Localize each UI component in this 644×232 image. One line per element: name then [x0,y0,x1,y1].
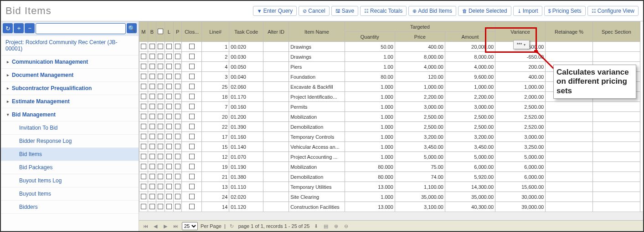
row-checkbox[interactable] [148,152,156,162]
col-m[interactable]: M [139,22,148,42]
row-clos[interactable] [182,112,202,122]
pager-refresh-button[interactable]: ↻ [228,223,236,229]
row-checkbox[interactable] [148,162,156,172]
sidebar-search-button[interactable]: 🔍 [127,23,137,33]
sidebar-search-input[interactable] [36,23,126,34]
col-b[interactable]: B [148,22,156,42]
row-clos[interactable] [182,182,202,192]
table-row[interactable]: 1901.190Mobilization80.00075.006,000.006… [139,162,640,172]
row-checkbox[interactable] [165,82,174,92]
row-checkbox[interactable] [165,142,174,152]
row-checkbox[interactable] [165,172,174,182]
row-checkbox[interactable] [156,192,165,202]
row-checkbox[interactable] [173,112,182,122]
row-checkbox[interactable] [156,172,165,182]
pager-last-button[interactable]: ⏭ [172,223,179,229]
row-checkbox[interactable] [156,202,165,212]
row-clos[interactable] [182,62,202,72]
horizontal-scrollbar[interactable] [139,212,643,220]
table-row[interactable]: 200.030Drawings1.008,000.008,000.00-650.… [139,52,640,62]
row-checkbox[interactable] [165,192,174,202]
row-checkbox[interactable] [139,42,148,52]
col-alter[interactable]: Alter ID [263,22,289,42]
col-amount[interactable]: Amount [445,32,495,42]
row-checkbox[interactable] [165,132,174,142]
row-checkbox[interactable] [156,42,165,52]
row-checkbox[interactable] [156,182,165,192]
pager-next-button[interactable]: ▶ [162,223,169,229]
row-checkbox[interactable] [156,162,165,172]
table-row[interactable]: 1501.140Vehicular Access an...1.0003,450… [139,142,640,152]
toolbar-cancel-button[interactable]: ⊘Cancel [299,6,329,16]
row-checkbox[interactable] [148,42,156,52]
row-checkbox[interactable] [173,42,182,52]
table-row[interactable]: 2201.390Demobilization1.0002,500.002,500… [139,122,640,132]
row-clos[interactable] [182,152,202,162]
row-checkbox[interactable] [156,82,165,92]
col-item[interactable]: Item Name [289,22,345,42]
toolbar-enter-query-button[interactable]: ▼Enter Query [253,6,297,16]
row-checkbox[interactable] [173,142,182,152]
row-checkbox[interactable] [148,62,156,72]
row-checkbox[interactable] [173,102,182,112]
row-checkbox[interactable] [139,202,148,212]
col-qty[interactable]: Quantity [345,32,395,42]
row-checkbox[interactable] [139,82,148,92]
sidebar-item-bidder-response-log[interactable]: Bidder Response Log [1,135,139,148]
row-clos[interactable] [182,102,202,112]
row-checkbox[interactable] [173,52,182,62]
col-price[interactable]: Price [395,32,445,42]
row-checkbox[interactable] [156,122,165,132]
row-checkbox[interactable] [173,182,182,192]
row-clos[interactable] [182,42,202,52]
row-checkbox[interactable] [165,152,174,162]
pager-del-button[interactable]: ⊖ [342,223,350,229]
toolbar-pricing-sets-button[interactable]: $Pricing Sets [544,6,586,16]
grid-scroll[interactable]: M B L P Clos... Line# Task Code Alter ID… [139,21,643,212]
row-checkbox[interactable] [173,202,182,212]
row-checkbox[interactable] [139,152,148,162]
table-row[interactable]: 700.160Permits1.0003,000.003,000.002,500… [139,102,640,112]
row-clos[interactable] [182,162,202,172]
row-checkbox[interactable] [173,82,182,92]
toolbar-add-bid-items-button[interactable]: ⊕Add Bid Items [408,6,456,16]
row-clos[interactable] [182,132,202,142]
table-row[interactable]: 1701.160Temporary Controls1.0003,200.003… [139,132,640,142]
variance-dropdown-overlay[interactable]: *** ▼ [513,40,530,49]
row-checkbox[interactable] [165,62,174,72]
row-checkbox[interactable] [173,72,182,82]
row-checkbox[interactable] [148,172,156,182]
pager-layout-button[interactable]: ▤ [322,223,330,229]
sidebar-item-bidders[interactable]: Bidders [1,201,139,214]
row-checkbox[interactable] [139,162,148,172]
row-checkbox[interactable] [156,102,165,112]
row-checkbox[interactable] [173,192,182,202]
row-checkbox[interactable] [173,62,182,72]
row-checkbox[interactable] [139,52,148,62]
sidebar-group-estimate-management[interactable]: ▸Estimate Management [1,95,139,108]
row-checkbox[interactable] [148,182,156,192]
row-checkbox[interactable] [165,162,174,172]
row-checkbox[interactable] [156,62,165,72]
row-checkbox[interactable] [139,172,148,182]
sidebar-expand-button[interactable]: ＋ [14,23,24,33]
row-checkbox[interactable] [173,162,182,172]
row-checkbox[interactable] [165,112,174,122]
sidebar-collapse-button[interactable]: － [25,23,35,33]
row-checkbox[interactable] [148,112,156,122]
row-clos[interactable] [182,192,202,202]
row-checkbox[interactable] [148,82,156,92]
row-checkbox[interactable] [165,122,174,132]
row-checkbox[interactable] [148,52,156,62]
row-checkbox[interactable] [156,72,165,82]
sidebar-group-communication-management[interactable]: ▸Communication Management [1,55,139,69]
pager-export-button[interactable]: ⬇ [312,223,319,229]
pager-first-button[interactable]: ⏮ [142,223,149,229]
toolbar-import-button[interactable]: ⤓Import [513,6,542,16]
sidebar-item-buyout-items[interactable]: Buyout Items [1,187,139,201]
pager-add-button[interactable]: ⊕ [332,223,340,229]
per-page-select[interactable]: 25 [182,222,198,230]
toolbar-recalc-totals-button[interactable]: ☷Recalc Totals [360,6,407,16]
row-checkbox[interactable] [165,92,174,102]
row-checkbox[interactable] [139,72,148,82]
